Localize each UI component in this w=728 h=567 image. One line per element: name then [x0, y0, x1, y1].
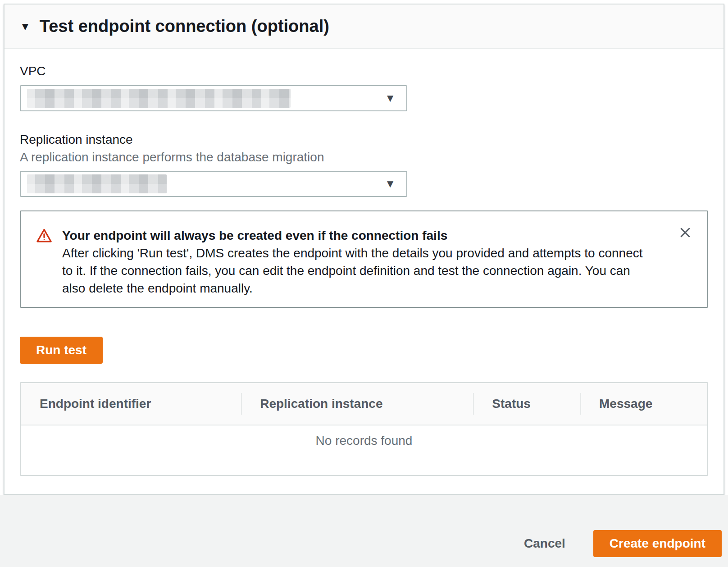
- replication-instance-field: Replication instance A replication insta…: [20, 131, 708, 197]
- warning-banner: Your endpoint will always be created eve…: [20, 210, 708, 308]
- connection-results-table: Endpoint identifier Replication instance…: [20, 382, 708, 476]
- replication-instance-label: Replication instance: [20, 131, 708, 148]
- replication-instance-select[interactable]: ▼: [20, 171, 407, 197]
- table-body: No records found: [21, 425, 707, 475]
- table-header-row: Endpoint identifier Replication instance…: [21, 383, 707, 425]
- replication-instance-description: A replication instance performs the data…: [20, 149, 708, 165]
- section-header[interactable]: ▼ Test endpoint connection (optional): [5, 5, 723, 49]
- column-header-message: Message: [580, 383, 707, 425]
- create-endpoint-button[interactable]: Create endpoint: [593, 530, 722, 557]
- vpc-select[interactable]: ▼: [20, 85, 407, 111]
- cancel-button[interactable]: Cancel: [515, 530, 574, 557]
- warning-triangle-icon: [36, 228, 52, 297]
- run-test-button[interactable]: Run test: [20, 337, 103, 364]
- page: ▼ Test endpoint connection (optional) VP…: [0, 0, 728, 567]
- chevron-down-icon: ▼: [385, 178, 396, 189]
- warning-content: Your endpoint will always be created eve…: [62, 227, 652, 297]
- warning-body: After clicking 'Run test', DMS creates t…: [62, 244, 652, 297]
- vpc-selected-value-redacted: [27, 89, 291, 108]
- empty-state-message: No records found: [21, 425, 707, 448]
- footer-action-bar: Cancel Create endpoint: [0, 495, 728, 567]
- warning-title: Your endpoint will always be created eve…: [62, 227, 652, 244]
- column-header-replication-instance: Replication instance: [241, 383, 473, 425]
- replication-instance-selected-value-redacted: [27, 174, 167, 193]
- section-title: Test endpoint connection (optional): [40, 17, 329, 36]
- section-body: VPC ▼ Replication instance A replication…: [5, 49, 723, 494]
- column-header-status: Status: [473, 383, 580, 425]
- close-icon[interactable]: [677, 224, 694, 241]
- collapse-triangle-icon: ▼: [20, 21, 31, 32]
- vpc-field: VPC ▼: [20, 63, 708, 111]
- test-endpoint-card: ▼ Test endpoint connection (optional) VP…: [4, 4, 724, 495]
- column-header-endpoint-identifier: Endpoint identifier: [21, 383, 241, 425]
- chevron-down-icon: ▼: [385, 93, 396, 104]
- vpc-label: VPC: [20, 63, 708, 80]
